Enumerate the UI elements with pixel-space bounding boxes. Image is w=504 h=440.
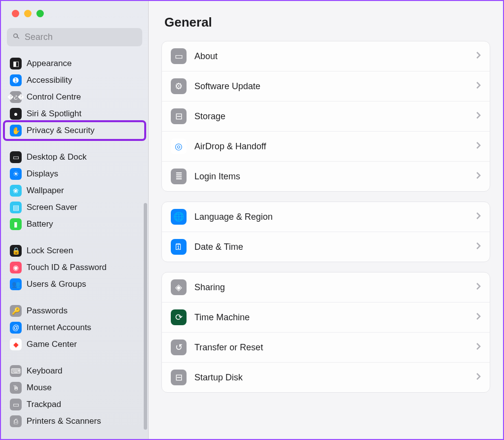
accessibility-icon: ➊: [10, 74, 22, 86]
sidebar-item-internet-accounts[interactable]: @Internet Accounts: [5, 319, 144, 336]
sidebar-item-label: Control Centre: [27, 92, 81, 102]
software-update-icon: ⚙: [171, 78, 187, 94]
touch-id-password-icon: ◉: [10, 262, 22, 273]
sidebar-item-wallpaper[interactable]: ❀Wallpaper: [5, 182, 144, 199]
sidebar-item-label: Trackpad: [27, 400, 61, 409]
page-title: General: [164, 15, 490, 30]
sidebar-item-label: Internet Accounts: [27, 323, 91, 333]
sidebar-item-label: Displays: [27, 169, 58, 179]
pane-group: ◈Sharing⟳Time Machine↺Transfer or Reset⊟…: [161, 272, 490, 393]
date-time-icon: 🗓: [171, 239, 187, 255]
pane-row-about[interactable]: ▭About: [162, 41, 490, 71]
pane-row-label: Language & Region: [194, 212, 468, 222]
sidebar-item-touch-id-password[interactable]: ◉Touch ID & Password: [5, 259, 144, 276]
mouse-icon: 🖱: [10, 382, 22, 394]
pane-row-label: Transfer or Reset: [194, 342, 468, 353]
pane-row-software-update[interactable]: ⚙Software Update: [162, 71, 490, 101]
chevron-right-icon: [476, 171, 481, 181]
keyboard-icon: ⌨: [10, 365, 22, 377]
sidebar-item-siri-spotlight[interactable]: ●Siri & Spotlight: [5, 105, 144, 122]
sidebar-item-label: Privacy & Security: [27, 126, 94, 135]
sidebar-item-label: Desktop & Dock: [27, 152, 87, 162]
pane-row-login-items[interactable]: ≣Login Items: [162, 161, 490, 191]
pane-row-sharing[interactable]: ◈Sharing: [162, 272, 490, 302]
pane-row-label: Software Update: [194, 81, 468, 92]
lock-screen-icon: 🔒: [10, 245, 22, 257]
sidebar-item-mouse[interactable]: 🖱Mouse: [5, 379, 144, 396]
users-groups-icon: 👥: [10, 278, 22, 290]
pane-row-language-region[interactable]: 🌐Language & Region: [162, 202, 490, 232]
sidebar-item-lock-screen[interactable]: 🔒Lock Screen: [5, 242, 144, 259]
pane-row-airdrop-handoff[interactable]: ◎AirDrop & Handoff: [162, 131, 490, 161]
search-field[interactable]: [7, 28, 142, 46]
pane-group: ▭About⚙Software Update⊟Storage◎AirDrop &…: [161, 41, 490, 192]
chevron-right-icon: [476, 342, 481, 352]
sidebar-item-label: Users & Groups: [27, 279, 86, 289]
time-machine-icon: ⟳: [171, 309, 187, 325]
sidebar-group: 🔑Passwords@Internet Accounts◆Game Center: [1, 301, 148, 355]
sidebar-item-users-groups[interactable]: 👥Users & Groups: [5, 276, 144, 293]
chevron-right-icon: [476, 312, 481, 322]
about-icon: ▭: [171, 48, 187, 64]
chevron-right-icon: [476, 242, 481, 252]
passwords-icon: 🔑: [10, 305, 22, 317]
chevron-right-icon: [476, 141, 481, 151]
sidebar-item-printers-scanners[interactable]: ⎙Printers & Scanners: [5, 413, 144, 430]
sidebar-item-label: Passwords: [27, 306, 67, 316]
wallpaper-icon: ❀: [10, 185, 22, 197]
chevron-right-icon: [476, 51, 481, 61]
zoom-window-button[interactable]: [36, 10, 44, 17]
sidebar-item-label: Battery: [27, 219, 53, 229]
chevron-right-icon: [476, 111, 481, 121]
printers-scanners-icon: ⎙: [10, 415, 22, 427]
battery-icon: ▮: [10, 218, 22, 230]
sidebar-item-control-centre[interactable]: �ટ�Control Centre: [5, 89, 144, 105]
sidebar-item-screen-saver[interactable]: ▤Screen Saver: [5, 199, 144, 216]
pane-row-label: AirDrop & Handoff: [194, 141, 468, 152]
sidebar-item-desktop-dock[interactable]: ▭Desktop & Dock: [5, 149, 144, 166]
chevron-right-icon: [476, 372, 481, 382]
sidebar-item-battery[interactable]: ▮Battery: [5, 216, 144, 233]
sidebar-group: 🔒Lock Screen◉Touch ID & Password👥Users &…: [1, 240, 148, 295]
settings-window: ◧Appearance➊Accessibility�ટ�Control Cent…: [1, 1, 503, 439]
sidebar: ◧Appearance➊Accessibility�ટ�Control Cent…: [1, 1, 149, 439]
sidebar-item-appearance[interactable]: ◧Appearance: [5, 55, 144, 72]
sidebar-item-label: Wallpaper: [27, 186, 64, 196]
language-region-icon: 🌐: [171, 209, 187, 225]
search-icon: [12, 32, 24, 43]
sidebar-item-game-center[interactable]: ◆Game Center: [5, 336, 144, 353]
pane-row-label: Storage: [194, 111, 468, 122]
sidebar-item-label: Appearance: [27, 59, 72, 68]
login-items-icon: ≣: [171, 169, 187, 184]
appearance-icon: ◧: [10, 58, 22, 69]
sidebar-scrollbar[interactable]: [144, 203, 147, 430]
siri-spotlight-icon: ●: [10, 108, 22, 120]
close-window-button[interactable]: [12, 10, 19, 17]
sidebar-item-label: Keyboard: [27, 366, 63, 376]
minimize-window-button[interactable]: [24, 10, 32, 17]
pane-row-time-machine[interactable]: ⟳Time Machine: [162, 302, 490, 332]
pane-row-date-time[interactable]: 🗓Date & Time: [162, 232, 490, 262]
sidebar-item-label: Printers & Scanners: [27, 416, 101, 426]
sidebar-item-displays[interactable]: ☀Displays: [5, 166, 144, 182]
chevron-right-icon: [476, 282, 481, 292]
pane-row-transfer-or-reset[interactable]: ↺Transfer or Reset: [162, 332, 490, 362]
sidebar-item-label: Game Center: [27, 339, 77, 349]
control-centre-icon: �ટ�: [10, 91, 22, 103]
sidebar-item-passwords[interactable]: 🔑Passwords: [5, 303, 144, 319]
sidebar-item-privacy-security[interactable]: ✋Privacy & Security: [5, 122, 144, 139]
startup-disk-icon: ⊟: [171, 370, 187, 385]
pane-group: 🌐Language & Region🗓Date & Time: [161, 202, 490, 262]
sidebar-group: ◧Appearance➊Accessibility�ટ�Control Cent…: [1, 53, 148, 141]
sidebar-item-keyboard[interactable]: ⌨Keyboard: [5, 363, 144, 379]
search-input[interactable]: [24, 32, 137, 43]
pane-row-storage[interactable]: ⊟Storage: [162, 101, 490, 131]
pane-row-label: About: [194, 51, 468, 62]
pane-row-label: Time Machine: [194, 312, 468, 323]
chevron-right-icon: [476, 212, 481, 222]
sidebar-item-trackpad[interactable]: ▭Trackpad: [5, 396, 144, 413]
pane-row-startup-disk[interactable]: ⊟Startup Disk: [162, 362, 490, 392]
window-controls: [1, 1, 148, 23]
sharing-icon: ◈: [171, 279, 187, 295]
sidebar-item-accessibility[interactable]: ➊Accessibility: [5, 72, 144, 89]
